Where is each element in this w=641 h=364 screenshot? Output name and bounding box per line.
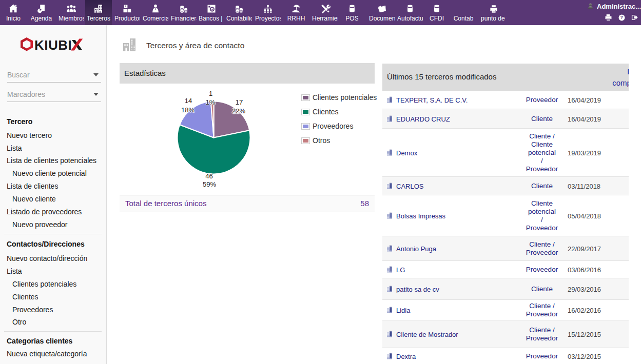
svg-text:?: ? xyxy=(620,15,623,20)
svg-text:KIUBI: KIUBI xyxy=(34,37,72,53)
